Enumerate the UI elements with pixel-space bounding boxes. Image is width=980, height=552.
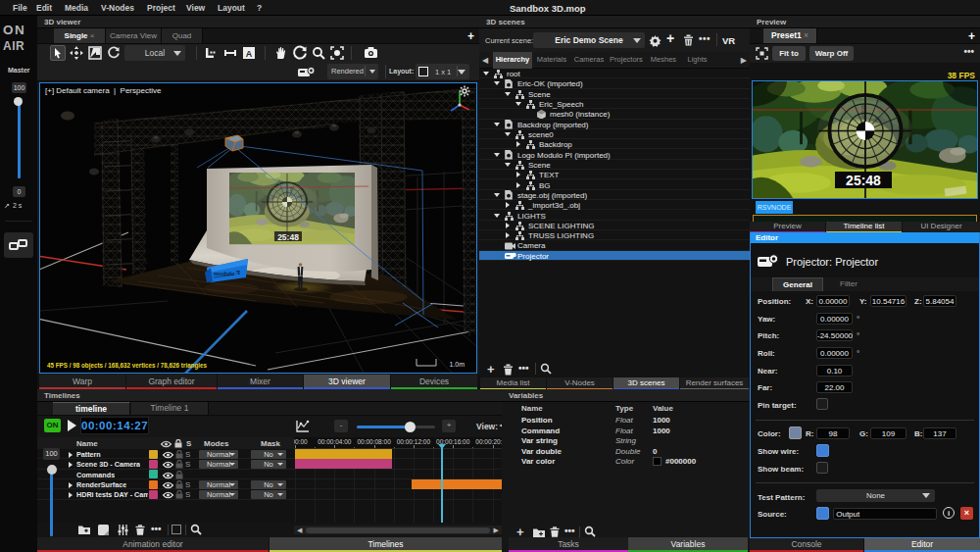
svg-text:25:48: 25:48 — [277, 232, 299, 242]
svg-text:modulo: modulo — [214, 271, 235, 276]
svg-text:A: A — [246, 49, 253, 59]
svg-text:25:48: 25:48 — [846, 173, 881, 188]
